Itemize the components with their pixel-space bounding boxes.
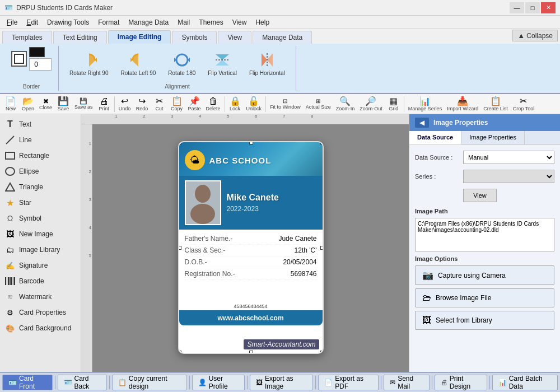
send-mail-button[interactable]: ✉ Send Mail [384, 375, 430, 390]
sel-handle-bm[interactable] [249, 351, 253, 354]
text-icon: T [4, 119, 16, 130]
flip-vertical-button[interactable]: Flip Vertical [204, 47, 241, 80]
tab-image-properties[interactable]: Image Properties [461, 131, 525, 144]
tool-line[interactable]: Line [0, 132, 81, 148]
new-button[interactable]: 📄New [2, 95, 19, 113]
undo-button[interactable]: ↩Undo [116, 95, 133, 113]
open-button[interactable]: 📂Open [20, 95, 36, 113]
print-button[interactable]: 🖨Print [96, 95, 113, 113]
card-back-button[interactable]: 🪪 Card Back [58, 375, 107, 390]
copy-design-label: Copy current design [129, 375, 181, 390]
print-design-button[interactable]: 🖨 Print Design [435, 375, 487, 390]
sel-handle-tl[interactable] [178, 141, 181, 144]
tab-view[interactable]: View [218, 31, 251, 44]
tool-text[interactable]: T Text [0, 116, 81, 132]
flip-horizontal-button[interactable]: Flip Horizontal [245, 47, 289, 80]
canvas-scroll-area[interactable]: 🌤 ABC SCHOOL [92, 124, 409, 372]
tool-rectangle[interactable]: Rectangle [0, 148, 81, 164]
menu-manage-data[interactable]: Manage Data [124, 17, 173, 27]
rotate-left-icon [128, 50, 148, 70]
close-button[interactable]: ✕ [541, 2, 556, 13]
close-doc-button[interactable]: ✖Close [37, 96, 54, 112]
bot-sep-1 [55, 376, 55, 389]
maximize-button[interactable]: □ [525, 2, 540, 13]
menu-themes[interactable]: Themes [194, 17, 227, 27]
border-color-picker[interactable] [29, 47, 45, 57]
tool-symbol[interactable]: Ω Symbol [0, 211, 81, 226]
student-photo[interactable] [185, 180, 221, 225]
sel-handle-tm[interactable] [249, 141, 253, 144]
tab-data-source[interactable]: Data Source [409, 131, 461, 144]
tool-signature[interactable]: ✍ Signature [0, 258, 81, 273]
sel-handle-mr[interactable] [320, 246, 324, 250]
menu-drawing-tools[interactable]: Drawing Tools [43, 17, 94, 27]
sel-handle-bl[interactable] [178, 351, 181, 354]
menu-format[interactable]: Format [94, 17, 124, 27]
menu-mail[interactable]: Mail [173, 17, 194, 27]
alignment-group-label: Alignment [165, 83, 189, 90]
collapse-button[interactable]: ▲ Collapse [512, 30, 558, 41]
rotate-right-button[interactable]: Rotate Right 90 [66, 47, 113, 80]
export-pdf-button[interactable]: 📄 Export as PDF [318, 375, 379, 390]
browse-image-button[interactable]: 🗁 Browse Image File [415, 288, 554, 307]
data-source-select[interactable]: Manual Database [463, 151, 554, 164]
menu-edit[interactable]: Edit [22, 17, 43, 27]
tab-templates[interactable]: Templates [2, 31, 52, 44]
menu-help[interactable]: Help [251, 17, 274, 27]
menu-view[interactable]: View [228, 17, 251, 27]
save-button[interactable]: 💾Save [55, 95, 72, 113]
user-profile-button[interactable]: 👤 User Profile [192, 375, 245, 390]
tab-manage-data[interactable]: Manage Data [253, 31, 312, 44]
fit-window-button[interactable]: ⊡Fit to Window [268, 97, 303, 111]
export-image-button[interactable]: 🖼 Export as Image [250, 375, 314, 390]
tab-symbols[interactable]: Symbols [172, 31, 217, 44]
create-list-button[interactable]: 📋Create List [481, 95, 510, 113]
tab-image-editing[interactable]: Image Editing [108, 30, 171, 44]
tool-new-image[interactable]: 🖼 New Image [0, 226, 81, 242]
flip-horizontal-label: Flip Horizontal [249, 70, 285, 77]
cut-button[interactable]: ✂Cut [151, 95, 168, 113]
tool-image-library[interactable]: 🗂 Image Library [0, 242, 81, 258]
tool-card-properties[interactable]: ⚙ Card Properties [0, 305, 81, 320]
zoom-out-button[interactable]: 🔎Zoom-Out [357, 95, 385, 113]
unlock-button[interactable]: 🔓Unlock [244, 95, 264, 113]
rotate-180-button[interactable]: Rotate 180 [164, 47, 199, 80]
tool-barcode[interactable]: Barcode [0, 273, 81, 289]
tool-watermark[interactable]: ≋ Watermark [0, 289, 81, 305]
series-select[interactable] [463, 170, 554, 183]
sel-handle-tr[interactable] [320, 141, 324, 144]
lock-button[interactable]: 🔒Lock [227, 95, 244, 113]
select-library-button[interactable]: 🖼 Select from Library [415, 311, 554, 330]
manage-series-button[interactable]: 📊Manage Series [406, 95, 445, 113]
copy-button[interactable]: 📋Copy [169, 95, 185, 113]
card-front-button[interactable]: 🪪 Card Front [2, 375, 53, 390]
grid-button[interactable]: ▦Grid [385, 95, 402, 113]
image-path-textarea[interactable]: C:\Program Files (x86)\DRPU Students ID … [415, 218, 554, 251]
rotate-left-button[interactable]: Rotate Left 90 [117, 47, 160, 80]
border-style-selector[interactable] [11, 51, 27, 67]
tool-triangle[interactable]: Triangle [0, 179, 81, 195]
crop-tool-button[interactable]: ✂Crop Tool [511, 95, 536, 113]
tool-star[interactable]: ★ Star [0, 195, 81, 211]
save-as-button[interactable]: 💾Save as [72, 96, 95, 111]
paste-button[interactable]: 📌Paste [186, 95, 203, 113]
tool-ellipse[interactable]: Ellipse [0, 164, 81, 179]
menu-file[interactable]: File [2, 17, 22, 27]
tab-text-editing[interactable]: Text Editing [53, 31, 107, 44]
svg-rect-20 [11, 277, 12, 285]
zoom-in-button[interactable]: 🔍Zoom-In [334, 95, 357, 113]
import-wizard-button[interactable]: 📥Import Wizard [445, 95, 480, 113]
sel-handle-br[interactable] [320, 351, 324, 354]
copy-design-button[interactable]: 📋 Copy current design [112, 375, 187, 390]
back-button[interactable]: ◀ [415, 118, 429, 128]
view-button[interactable]: View [463, 189, 497, 202]
delete-button[interactable]: 🗑Delete [204, 95, 223, 113]
redo-button[interactable]: ↪Redo [134, 95, 151, 113]
minimize-button[interactable]: — [510, 2, 524, 13]
sel-handle-ml[interactable] [178, 246, 181, 250]
capture-camera-button[interactable]: 📷 Capture using Camera [415, 265, 554, 285]
border-width-input[interactable]: 0 [29, 58, 52, 71]
tool-card-background[interactable]: 🎨 Card Background [0, 320, 81, 336]
card-batch-button[interactable]: 📊 Card Batch Data [492, 375, 558, 390]
actual-size-button[interactable]: ⊞Actual Size [304, 97, 333, 111]
